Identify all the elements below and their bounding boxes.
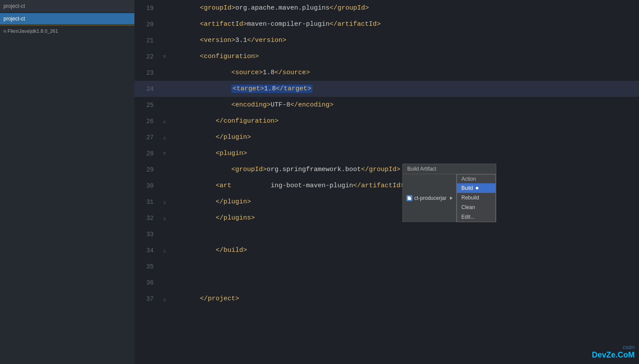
fold-28[interactable]: ▽ — [161, 151, 168, 156]
line-num-19: 19 — [134, 5, 161, 12]
watermark: csdn DevZe.CoM — [592, 344, 635, 360]
fold-27[interactable]: △ — [161, 135, 168, 140]
line-num-35: 35 — [134, 263, 161, 270]
artifact-item[interactable]: ct-producerjar — [403, 174, 457, 222]
fold-32[interactable]: △ — [161, 216, 168, 221]
menu-artifact-row: ct-producerjar Action Build Rebuild Clea… — [402, 174, 496, 222]
fold-34[interactable]: △ — [161, 248, 168, 253]
fold-22[interactable]: ▽ — [161, 54, 168, 59]
line-num-25: 25 — [134, 102, 161, 109]
line-num-36: 36 — [134, 279, 161, 286]
line-num-22: 22 — [134, 53, 161, 60]
line-num-34: 34 — [134, 247, 161, 254]
action-clean[interactable]: Clean — [457, 203, 495, 212]
line-num-30: 30 — [134, 182, 161, 189]
build-artifact-menu: Build Artifact ct-producerjar Action Bui… — [402, 164, 496, 222]
jdk-path-label: n Files\Java\jdk1.8.0_261 — [0, 26, 134, 36]
sidebar: project-ct project-ct n Files\Java\jdk1.… — [0, 0, 134, 364]
line-num-20: 20 — [134, 21, 161, 28]
sidebar-selected-label: project-ct — [3, 16, 25, 22]
line-num-21: 21 — [134, 37, 161, 44]
sidebar-selected-item[interactable]: project-ct — [0, 13, 134, 24]
line-num-33: 33 — [134, 231, 161, 238]
artifact-name: ct-producerjar — [414, 195, 447, 201]
submenu-arrow-icon — [450, 196, 453, 200]
action-header: Action — [457, 175, 495, 183]
line-num-28: 28 — [134, 150, 161, 157]
action-rebuild[interactable]: Rebuild — [457, 193, 495, 203]
fold-37[interactable]: △ — [161, 296, 168, 302]
line-num-29: 29 — [134, 166, 161, 173]
line-num-37: 37 — [134, 295, 161, 302]
line-32: 32 △ </plugins> — [134, 210, 639, 226]
line-num-27: 27 — [134, 134, 161, 141]
action-edit[interactable]: Edit... — [457, 212, 495, 222]
action-submenu: Action Build Rebuild Clean Edit... — [457, 174, 496, 222]
line-content-37: </project> — [168, 288, 639, 310]
watermark-csdn: csdn — [623, 344, 635, 350]
line-34: 34 △ </build> — [134, 242, 639, 258]
watermark-devze: DevZe.CoM — [592, 350, 635, 360]
fold-31[interactable]: △ — [161, 199, 168, 205]
artifact-icon — [406, 195, 412, 201]
menu-header: Build Artifact — [402, 164, 496, 174]
line-num-24: 24 — [134, 86, 161, 93]
line-num-31: 31 — [134, 199, 161, 206]
fold-26[interactable]: △ — [161, 119, 168, 124]
line-num-26: 26 — [134, 118, 161, 125]
sidebar-title: project-ct — [3, 3, 25, 9]
action-build[interactable]: Build — [457, 183, 495, 193]
code-area: 19 <groupId>org.apache.maven.plugins</gr… — [134, 0, 639, 307]
line-num-32: 32 — [134, 215, 161, 222]
line-35: 35 — [134, 258, 639, 275]
sidebar-header: project-ct — [0, 0, 134, 12]
editor: 19 <groupId>org.apache.maven.plugins</gr… — [134, 0, 639, 364]
line-37: 37 △ </project> — [134, 291, 639, 307]
line-num-23: 23 — [134, 69, 161, 76]
